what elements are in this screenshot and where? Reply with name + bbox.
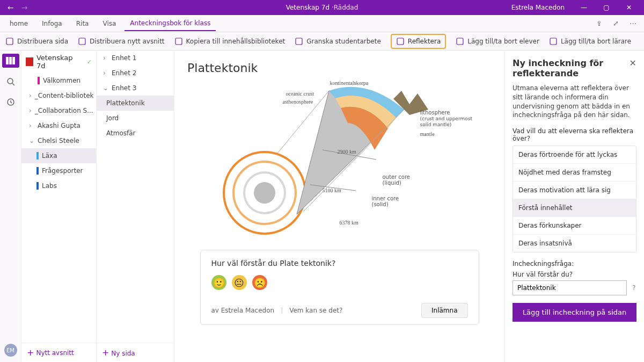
tab-anteckningsbok-för-klass[interactable]: Anteckningsbok för klass <box>125 16 216 31</box>
reflect-over-label: Vad vill du att eleverna ska reflektera … <box>513 127 636 142</box>
checkin-topic-input[interactable] <box>513 280 627 295</box>
add-teacher-icon <box>549 37 558 46</box>
reflect-card: Hur väl förstår du Plate tektonik? 🙂 😐 ☹… <box>200 250 479 325</box>
tab-rita[interactable]: Rita <box>71 17 94 31</box>
ribbon-granska-studentarbete[interactable]: Granska studentarbete <box>295 37 381 46</box>
svg-rect-3 <box>296 38 302 45</box>
fullscreen-icon[interactable]: ⤢ <box>610 19 622 27</box>
ribbon-distribuera-nytt-avsnitt[interactable]: Distribuera nytt avsnitt <box>78 37 165 46</box>
svg-rect-0 <box>6 38 13 45</box>
window-close-icon[interactable]: ✕ <box>618 2 640 13</box>
svg-rect-4 <box>397 38 404 45</box>
unit-enhet-1[interactable]: ›Enhet 1 <box>97 50 174 66</box>
ribbon-kopiera-till-inneh-llsbiblioteket[interactable]: Kopiera till innehållsbiblioteket <box>174 37 286 46</box>
section-v-lkommen[interactable]: Välkommen <box>21 73 96 88</box>
pages-column: ›Enhet 1›Enhet 2⌄Enhet 3PlattektonikJord… <box>97 50 174 362</box>
new-section-button[interactable]: + Nytt avsnitt <box>21 343 96 362</box>
ribbon-distribuera-sida[interactable]: Distribuera sida <box>5 37 68 46</box>
svg-rect-6 <box>550 38 557 45</box>
page-jord[interactable]: Jord <box>97 111 174 126</box>
svg-rect-1 <box>79 38 85 45</box>
reflect-option-3[interactable]: Förstå innehållet <box>513 199 636 216</box>
reflect-options-list: Deras förtroende för att lyckasNöjdhet m… <box>513 146 636 252</box>
left-rail: EM <box>0 50 21 362</box>
section-akashi-gupta[interactable]: ›Akashi Gupta <box>21 118 96 133</box>
emoji-happy-icon[interactable]: 🙂 <box>211 275 226 290</box>
submit-button[interactable]: Inlämna <box>421 303 467 318</box>
reflect-option-4[interactable]: Deras förkunskaper <box>513 216 636 234</box>
svg-rect-5 <box>457 38 463 45</box>
distribute-page-icon <box>5 37 14 46</box>
reflect-icon <box>396 37 405 46</box>
who-can-see-link[interactable]: Vem kan se det? <box>289 307 342 314</box>
page-canvas: Plattektonik <box>174 50 504 362</box>
svg-point-19 <box>254 182 275 204</box>
reflect-option-5[interactable]: Deras insatsnivå <box>513 234 636 252</box>
svg-point-10 <box>8 78 13 84</box>
notebooks-icon[interactable] <box>2 54 19 68</box>
svg-rect-2 <box>175 38 182 45</box>
page-plattektonik[interactable]: Plattektonik <box>97 96 174 111</box>
svg-rect-9 <box>12 57 15 64</box>
section-labs[interactable]: Labs <box>21 178 96 193</box>
section--content-bibliotek[interactable]: ›_Content-bibliotek <box>21 88 96 103</box>
distribute-section-icon <box>78 37 86 46</box>
notebook-header[interactable]: Vetenskap 7d ✓ <box>21 50 96 73</box>
tab-strip: homeInfogaRitaVisaAnteckningsbok för kla… <box>0 15 644 32</box>
reflect-question: Hur väl förstår du Plate tektonik? <box>211 259 468 267</box>
add-student-icon <box>456 37 464 46</box>
reflect-option-0[interactable]: Deras förtroende för att lyckas <box>513 146 636 163</box>
emoji-sad-icon[interactable]: ☹️ <box>252 275 267 290</box>
section-fr-gesporter[interactable]: Frågesporter <box>21 163 96 178</box>
add-checkin-button[interactable]: Lägg till incheckning på sidan <box>513 303 636 322</box>
ribbon-reflektera[interactable]: Reflektera <box>391 34 446 49</box>
window-minimize-icon[interactable]: — <box>573 2 595 13</box>
section--collaboration-s-[interactable]: ›_Collaboration S... <box>21 103 96 118</box>
svg-rect-8 <box>9 57 12 64</box>
earth-layers-diagram: kontinentalskorpa oceanic crust asthenos… <box>206 80 474 241</box>
reflect-option-2[interactable]: Deras motivation att lära sig <box>513 181 636 199</box>
window-title: Vetenskap 7d ·Räddad <box>286 4 358 11</box>
ribbon-l-gg-till-ta-bort-elever[interactable]: Lägg till/ta bort elever <box>456 37 539 46</box>
checkin-sub: Hur väl förstår du? <box>513 271 636 278</box>
reflect-author: av Estrela Macedon <box>211 307 275 314</box>
ribbon: Distribuera sidaDistribuera nytt avsnitt… <box>0 32 644 50</box>
user-name[interactable]: Estrela Macedon <box>511 4 565 11</box>
panel-close-icon[interactable]: ✕ <box>630 58 636 68</box>
tab-visa[interactable]: Visa <box>97 17 121 31</box>
window-restore-icon[interactable]: ▢ <box>596 2 617 13</box>
svg-rect-7 <box>6 57 9 64</box>
sync-check-icon: ✓ <box>87 59 92 66</box>
titlebar: ← → Vetenskap 7d ·Räddad Estrela Macedon… <box>0 0 644 15</box>
panel-title: Ny incheckning för reflekterande ✕ <box>513 58 636 78</box>
new-page-button[interactable]: + Ny sida <box>97 343 174 362</box>
avatar[interactable]: EM <box>4 344 17 357</box>
review-icon <box>295 37 303 46</box>
checkin-label: Incheckningsfråga: <box>513 260 636 267</box>
ribbon-l-gg-till-ta-bort-l-rare[interactable]: Lägg till/ta bort lärare <box>549 37 631 46</box>
tab-infoga[interactable]: Infoga <box>36 17 68 31</box>
recent-icon[interactable] <box>4 96 17 108</box>
unit-enhet-3[interactable]: ⌄Enhet 3 <box>97 81 174 96</box>
panel-description: Utmana eleverna att reflektera över sitt… <box>513 84 636 120</box>
copy-library-icon <box>174 37 183 46</box>
section-l-xa[interactable]: Läxa <box>21 148 96 163</box>
help-icon[interactable]: ? <box>632 284 636 292</box>
svg-line-11 <box>12 83 14 85</box>
nav-back-icon[interactable]: ← <box>5 3 16 12</box>
page-atmosfär[interactable]: Atmosfär <box>97 126 174 141</box>
sections-column: Vetenskap 7d ✓ Välkommen›_Content-biblio… <box>21 50 97 362</box>
reflect-panel: Ny incheckning för reflekterande ✕ Utman… <box>504 50 644 362</box>
emoji-neutral-icon[interactable]: 😐 <box>232 275 247 290</box>
page-title: Plattektonik <box>187 61 492 75</box>
reflect-option-1[interactable]: Nöjdhet med deras framsteg <box>513 163 636 181</box>
search-icon[interactable] <box>4 75 17 88</box>
more-icon[interactable]: ⋯ <box>626 19 640 27</box>
section-chelsi-steele[interactable]: ⌄Chelsi Steele <box>21 133 96 148</box>
nav-forward-icon[interactable]: → <box>19 3 30 12</box>
notebook-icon <box>26 57 33 66</box>
unit-enhet-2[interactable]: ›Enhet 2 <box>97 66 174 81</box>
share-icon[interactable]: ⇪ <box>593 19 605 27</box>
tab-home[interactable]: home <box>4 17 33 31</box>
